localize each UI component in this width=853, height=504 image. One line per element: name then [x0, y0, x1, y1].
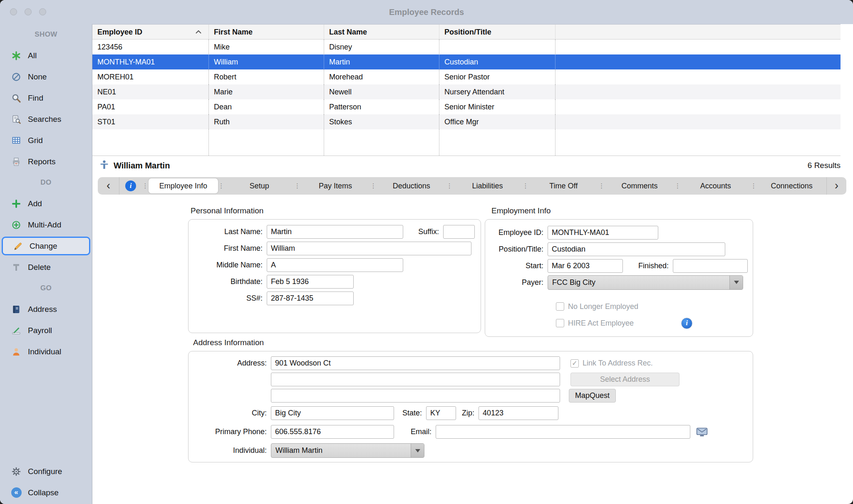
window-title: Employee Records: [0, 0, 853, 24]
title-bar: Employee Records: [0, 0, 853, 24]
suffix-input[interactable]: [443, 225, 475, 239]
zip-input[interactable]: [479, 406, 558, 420]
city-input[interactable]: [271, 406, 394, 420]
address-line1-input[interactable]: [271, 356, 560, 370]
sidebar-item-searches[interactable]: Searches: [0, 109, 92, 130]
personal-information-group: Last Name: Suffix: First Name: Middle Na…: [188, 219, 481, 333]
address-information-title: Address Information: [193, 338, 264, 347]
sidebar-item-label: Configure: [28, 467, 62, 476]
last-name-input[interactable]: [267, 225, 403, 239]
individual-label: Individual:: [188, 446, 271, 455]
start-date-input[interactable]: [548, 259, 623, 273]
sidebar-item-all[interactable]: All: [0, 45, 92, 66]
primary-phone-input[interactable]: [271, 425, 394, 439]
sidebar-item-grid[interactable]: Grid: [0, 130, 92, 151]
sidebar-item-change[interactable]: Change: [2, 237, 90, 255]
payer-select[interactable]: FCC Big City: [548, 275, 743, 290]
table-row[interactable]: NE01 Marie Newell Nursery Attendant: [92, 84, 841, 99]
select-address-button[interactable]: Select Address: [570, 373, 679, 386]
sidebar-item-add[interactable]: Add: [0, 193, 92, 214]
cell-employee-id: 123456: [92, 40, 209, 54]
mapquest-button[interactable]: MapQuest: [569, 389, 616, 403]
hire-act-info-button[interactable]: i: [681, 318, 692, 329]
sidebar-item-find[interactable]: Find: [0, 87, 92, 109]
sidebar-item-configure[interactable]: Configure: [0, 461, 92, 482]
document-search-icon: [11, 114, 22, 125]
tab-menu-button[interactable]: ⋮: [674, 182, 681, 190]
tab-menu-button[interactable]: ⋮: [598, 182, 605, 190]
sidebar-item-individual[interactable]: Individual: [0, 341, 92, 362]
sidebar-item-label: Multi-Add: [28, 220, 61, 230]
sidebar-item-reports[interactable]: Reports: [0, 151, 92, 172]
tab-menu-button[interactable]: ⋮: [522, 182, 529, 190]
cell-employee-id: MOREH01: [92, 69, 209, 84]
minimize-button[interactable]: [25, 8, 32, 15]
tabs-scroll-right-button[interactable]: ›: [826, 177, 846, 195]
table-row[interactable]: PA01 Dean Patterson Senior Minister: [92, 99, 841, 114]
first-name-input[interactable]: [267, 242, 471, 255]
sidebar-section-show: SHOW: [0, 24, 92, 45]
employee-records-window: Employee Records SHOW All None Find Sear…: [0, 0, 853, 504]
address-label: Address:: [188, 359, 271, 368]
email-input[interactable]: [436, 425, 690, 439]
results-count: 6 Results: [808, 161, 841, 170]
employee-id-input[interactable]: [548, 226, 658, 240]
tab-accounts[interactable]: Accounts: [681, 178, 750, 193]
tab-menu-button[interactable]: ⋮: [446, 182, 453, 190]
close-button[interactable]: [10, 8, 17, 15]
address-line3-input[interactable]: [271, 389, 560, 403]
gear-icon: [11, 466, 22, 477]
tab-employee-info[interactable]: Employee Info: [149, 178, 218, 193]
table-row[interactable]: ST01 Ruth Stokes Office Mgr: [92, 114, 841, 129]
tab-comments[interactable]: Comments: [605, 178, 674, 193]
address-line2-input[interactable]: [271, 373, 560, 386]
tab-menu-button[interactable]: ⋮: [142, 182, 149, 190]
info-tab-button[interactable]: i: [119, 180, 142, 191]
tab-liabilities[interactable]: Liabilities: [453, 178, 522, 193]
middle-name-input[interactable]: [267, 258, 403, 272]
table-row[interactable]: 123456 Mike Disney: [92, 40, 841, 54]
finished-date-input[interactable]: [673, 259, 748, 273]
sidebar-item-delete[interactable]: Delete: [0, 257, 92, 278]
cell-employee-id: ST01: [92, 114, 209, 129]
individual-select[interactable]: William Martin: [271, 443, 424, 458]
tab-menu-button[interactable]: ⋮: [218, 182, 225, 190]
sidebar-item-none[interactable]: None: [0, 66, 92, 87]
table-row-selected[interactable]: MONTHLY-MA01 William Martin Custodian: [92, 54, 841, 69]
cell-first-name: Mike: [209, 40, 324, 54]
sidebar-item-label: Delete: [28, 263, 51, 272]
sidebar-item-payroll[interactable]: Payroll: [0, 320, 92, 341]
figure-person-icon: [99, 160, 109, 172]
tab-connections[interactable]: Connections: [757, 178, 826, 193]
column-header-first-name[interactable]: First Name: [209, 25, 324, 39]
tab-menu-button[interactable]: ⋮: [294, 182, 301, 190]
magnifier-icon: [11, 93, 22, 104]
tab-menu-button[interactable]: ⋮: [750, 182, 757, 190]
column-header-last-name[interactable]: Last Name: [324, 25, 439, 39]
sidebar-item-label: Payroll: [28, 326, 52, 335]
tab-pay-items[interactable]: Pay Items: [301, 178, 370, 193]
cell-position-title: Senior Minister: [439, 99, 555, 114]
tab-deductions[interactable]: Deductions: [377, 178, 446, 193]
no-longer-employed-checkbox[interactable]: [556, 302, 564, 311]
position-title-input[interactable]: [548, 242, 725, 256]
tab-setup[interactable]: Setup: [225, 178, 294, 193]
ssn-input[interactable]: [267, 292, 354, 305]
asterisk-icon: [11, 50, 22, 61]
sidebar-item-address[interactable]: Address: [0, 299, 92, 320]
sidebar-item-collapse[interactable]: « Collapse: [0, 482, 92, 503]
table-row[interactable]: MOREH01 Robert Morehead Senior Pastor: [92, 69, 841, 84]
tabs-scroll-left-button[interactable]: ‹: [98, 177, 119, 195]
sidebar-item-label: Collapse: [28, 488, 59, 497]
birthdate-input[interactable]: [267, 275, 354, 289]
link-to-address-checkbox[interactable]: ✓: [570, 359, 579, 368]
column-header-position-title[interactable]: Position/Title: [439, 25, 555, 39]
column-header-employee-id[interactable]: Employee ID: [92, 25, 209, 39]
tab-menu-button[interactable]: ⋮: [370, 182, 377, 190]
zoom-button[interactable]: [39, 8, 46, 15]
tab-time-off[interactable]: Time Off: [529, 178, 598, 193]
sidebar-item-multi-add[interactable]: Multi-Add: [0, 214, 92, 235]
state-input[interactable]: [426, 406, 456, 420]
hire-act-checkbox[interactable]: [556, 319, 564, 327]
email-icon[interactable]: [696, 426, 708, 437]
